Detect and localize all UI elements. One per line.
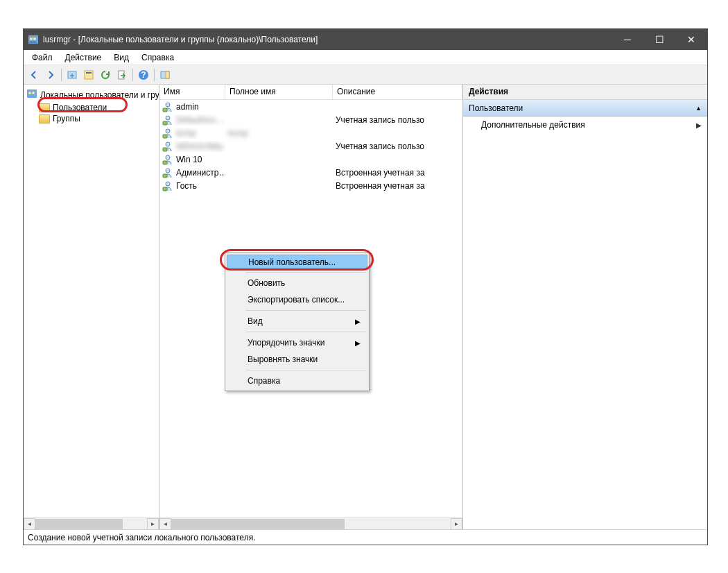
back-button[interactable] [26,67,42,83]
user-row[interactable]: Win 10 [159,153,462,166]
ctx-separator [246,332,366,332]
ctx-arrange-label: Упорядочить значки [248,338,325,348]
menu-action[interactable]: Действие [60,51,107,64]
toolbar-separator [61,69,62,81]
body: Локальные пользователи и группы Пользова… [24,85,707,529]
column-headers: Имя Полное имя Описание [159,85,462,100]
tree-root[interactable]: Локальные пользователи и группы [24,87,159,102]
tree-item-users[interactable]: Пользователи [24,102,159,113]
up-button[interactable] [64,67,80,83]
svg-point-13 [32,92,35,94]
user-row[interactable]: WDAGUtility…Учетная запись пользо [159,139,462,153]
svg-rect-11 [27,89,37,98]
svg-point-26 [166,182,170,186]
scroll-right-button[interactable]: ► [147,518,159,529]
tree-hscroll[interactable]: ◄ ► [24,518,159,529]
tree-root-label: Локальные пользователи и группы [40,90,159,100]
actions-header: Действия [463,85,707,100]
svg-rect-15 [163,108,167,112]
scroll-left-button[interactable]: ◄ [159,518,171,530]
ctx-help-label: Справка [248,376,280,386]
svg-rect-27 [163,187,167,191]
ctx-align[interactable]: Выровнять значки [227,351,367,368]
user-icon [162,154,173,165]
svg-rect-4 [85,71,93,79]
actions-more-label: Дополнительные действия [481,120,585,130]
list-hscroll[interactable]: ◄ ► [159,518,462,529]
tree-item-groups[interactable]: Группы [24,113,159,124]
svg-rect-25 [163,174,167,178]
user-name: Гость [176,181,197,191]
col-description[interactable]: Описание [333,85,462,99]
app-icon [28,34,39,45]
window-controls: ─ ☐ ✕ [612,29,707,50]
svg-rect-23 [163,161,167,164]
user-row[interactable]: ГостьВстроенная учетная за [159,179,462,192]
minimize-button[interactable]: ─ [612,29,643,50]
user-row[interactable]: kcmpkcmp [159,126,462,139]
help-button[interactable]: ? [136,67,151,83]
col-name[interactable]: Имя [159,85,225,99]
ctx-export[interactable]: Экспортировать список... [227,291,367,308]
toolbar: ? [24,65,707,85]
user-icon [162,128,173,139]
tree-groups-label: Группы [53,114,80,123]
window-title: lusrmgr - [Локальные пользователи и груп… [43,35,612,44]
properties-button[interactable] [81,67,96,83]
ctx-refresh[interactable]: Обновить [227,275,367,291]
toolbar-separator [132,69,133,81]
status-text: Создание новой учетной записи локального… [28,533,255,542]
ctx-view-label: Вид [248,316,263,326]
list-pane: Имя Полное имя Описание adminDefaultAcc…… [159,85,463,529]
context-menu: Новый пользователь... Обновить Экспортир… [225,253,370,391]
user-name: Администр… [176,168,225,178]
svg-point-16 [166,116,170,120]
actions-pane-button[interactable] [157,67,173,83]
col-fullname[interactable]: Полное имя [225,85,333,99]
actions-section[interactable]: Пользователи ▲ [463,100,707,117]
forward-button[interactable] [43,67,58,83]
user-name: kcmp [176,128,196,138]
user-description: Встроенная учетная за [333,181,462,191]
refresh-button[interactable] [98,67,113,83]
ctx-arrange[interactable]: Упорядочить значки▶ [227,334,367,351]
scroll-left-button[interactable]: ◄ [24,518,35,529]
user-row[interactable]: Администр…Встроенная учетная за [159,166,462,179]
scroll-track[interactable] [171,518,451,529]
svg-rect-5 [86,72,92,74]
ctx-new-user[interactable]: Новый пользователь... [227,255,367,270]
user-row[interactable]: admin [159,100,462,113]
ctx-separator [246,370,366,370]
scroll-track[interactable] [35,518,147,529]
user-icon [162,180,173,191]
ctx-new-user-label: Новый пользователь... [248,257,336,267]
menu-help[interactable]: Справка [136,51,180,64]
maximize-button[interactable]: ☐ [643,29,675,50]
user-icon [162,141,173,152]
scroll-right-button[interactable]: ► [451,518,462,530]
svg-rect-17 [163,121,167,125]
svg-rect-10 [166,71,169,78]
menu-file[interactable]: Файл [26,51,58,64]
ctx-view[interactable]: Вид▶ [227,313,367,330]
close-button[interactable]: ✕ [675,29,707,50]
ctx-help[interactable]: Справка [227,373,367,389]
user-name: WDAGUtility… [176,142,225,151]
actions-more[interactable]: Дополнительные действия ▶ [463,117,707,133]
titlebar: lusrmgr - [Локальные пользователи и груп… [24,29,707,50]
folder-icon [39,114,50,123]
ctx-separator [246,272,366,273]
user-description: Встроенная учетная за [333,168,462,178]
user-row[interactable]: DefaultAcc…Учетная запись пользо [159,113,462,126]
export-button[interactable] [114,67,130,83]
menu-view[interactable]: Вид [108,51,135,64]
submenu-arrow-icon: ▶ [355,339,361,347]
toolbar-separator [154,69,155,81]
svg-text:?: ? [141,70,146,80]
user-description: Учетная запись пользо [333,115,462,125]
user-name: admin [176,102,199,112]
actions-section-label: Пользователи [469,103,523,113]
menubar: Файл Действие Вид Справка [24,50,707,65]
svg-point-14 [166,103,170,107]
svg-point-18 [166,129,170,133]
